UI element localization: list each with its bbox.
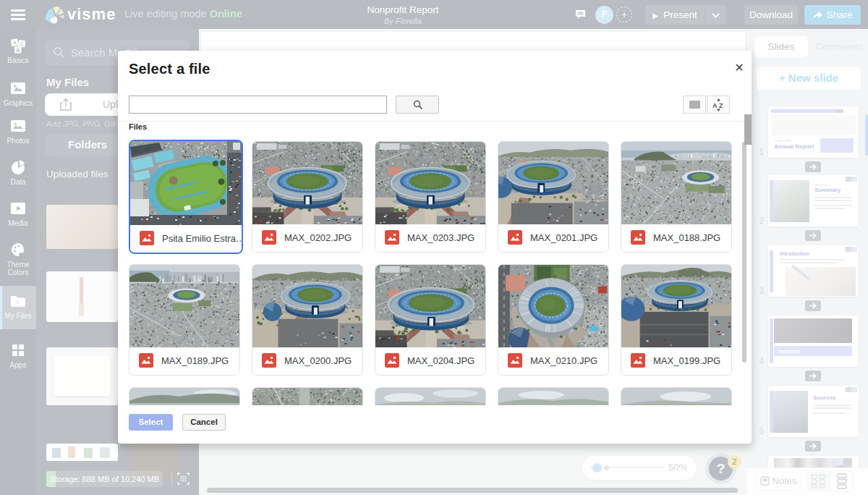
svg-text:Z: Z bbox=[719, 102, 723, 109]
svg-text:A: A bbox=[712, 102, 718, 109]
